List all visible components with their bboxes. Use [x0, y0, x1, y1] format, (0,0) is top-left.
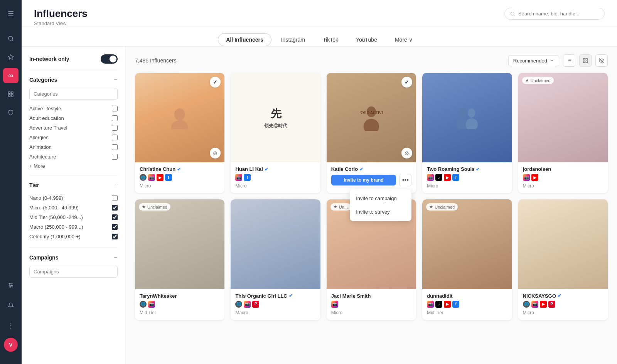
- invite-to-survey-item[interactable]: Invite to survey: [350, 205, 411, 219]
- influencer-card-4[interactable]: Two Roaming Souls ✔ 📷 ♪ ▶ f Micro: [422, 73, 512, 193]
- svg-point-29: [364, 119, 379, 131]
- influencer-card-9[interactable]: ★Unclaimed dunnadidit 📷 ♪ ▶ f: [422, 199, 512, 320]
- yt-icon-4[interactable]: ▶: [444, 174, 451, 181]
- filter-celebrity-checkbox[interactable]: [112, 234, 118, 239]
- menu-icon[interactable]: ☰: [3, 6, 19, 22]
- filter-allergies[interactable]: Allergies: [29, 133, 118, 142]
- tab-more[interactable]: More ∨: [387, 33, 421, 46]
- ig-icon-10[interactable]: 📷: [531, 301, 538, 308]
- search-nav-icon[interactable]: [3, 31, 19, 46]
- influencer-card-10[interactable]: NICKSAYSGO ✔ 🌐 📷 ▶ P Micro: [518, 199, 608, 320]
- campaigns-collapse-icon[interactable]: −: [114, 254, 118, 261]
- in-network-toggle[interactable]: [101, 54, 118, 64]
- influencer-card-1[interactable]: ✓ ⊘ Christine Chun ✔ 🌐 📷 ▶ f: [135, 73, 224, 193]
- shield-icon[interactable]: [3, 105, 19, 120]
- filter-nano-checkbox[interactable]: [112, 195, 118, 201]
- fb-icon-1[interactable]: f: [165, 174, 172, 181]
- tab-tiktok[interactable]: TikTok: [315, 33, 346, 46]
- yt-icon-1[interactable]: ▶: [157, 174, 164, 181]
- grid-icon[interactable]: [3, 86, 19, 102]
- sort-button[interactable]: Recommended: [508, 55, 559, 66]
- ig-icon-7[interactable]: 📷: [244, 301, 251, 308]
- in-network-filter: In-network only: [29, 54, 118, 64]
- chart-icon[interactable]: [3, 49, 19, 65]
- grid-view-btn[interactable]: [579, 54, 592, 67]
- filter-architecture[interactable]: Architecture: [29, 152, 118, 162]
- filter-animation[interactable]: Animation: [29, 142, 118, 152]
- yt-icon-5[interactable]: ▶: [531, 174, 538, 181]
- search-input[interactable]: [518, 11, 599, 17]
- verified-badge-1: ✔: [177, 167, 181, 172]
- pin-icon-10[interactable]: P: [548, 301, 555, 308]
- categories-collapse-icon[interactable]: −: [114, 76, 118, 83]
- filter-active-lifestyle-checkbox[interactable]: [112, 106, 118, 111]
- ig-icon-1[interactable]: 📷: [148, 174, 155, 181]
- hide-view-btn[interactable]: [595, 54, 608, 67]
- more-nav-icon[interactable]: ⋮: [3, 318, 19, 333]
- couple-silhouette-4: [452, 106, 482, 129]
- ig-icon-9[interactable]: 📷: [427, 301, 434, 308]
- filter-animation-checkbox[interactable]: [112, 144, 118, 150]
- filter-nano[interactable]: Nano (0-4,999): [29, 193, 118, 203]
- influencer-card-2[interactable]: 先 領先◎時代 Huan Li Kai ✔ 📷 f: [231, 73, 320, 193]
- tt-icon-9[interactable]: ♪: [435, 301, 442, 308]
- campaigns-search[interactable]: [29, 266, 118, 278]
- bell-icon[interactable]: [3, 298, 19, 313]
- ig-icon-5[interactable]: 📷: [523, 174, 530, 181]
- filter-adventure-travel-checkbox[interactable]: [112, 125, 118, 131]
- categories-search[interactable]: [29, 88, 118, 100]
- list-view-btn[interactable]: [563, 54, 575, 67]
- tt-icon-4[interactable]: ♪: [435, 174, 442, 181]
- influencer-card-3[interactable]: FORD ACTIVE ✓ ⊘ Katie Corio ✔ Invite to …: [327, 73, 416, 193]
- ig-icon-2[interactable]: 📷: [235, 174, 242, 181]
- tab-all-influencers[interactable]: All Influencers: [218, 33, 271, 46]
- influencer-card-6[interactable]: ★Unclaimed TarynWhiteaker 🌐 📷 Mid Tier: [135, 199, 224, 320]
- tier-collapse-icon[interactable]: −: [114, 182, 118, 189]
- filter-adult-education[interactable]: Adult education: [29, 113, 118, 123]
- in-network-label: In-network only: [29, 56, 69, 62]
- filter-architecture-checkbox[interactable]: [112, 154, 118, 160]
- card-tier-1: Micro: [140, 183, 220, 189]
- influencer-card-5[interactable]: ★Unclaimed jordanolsen 📷 ▶ Micro: [518, 73, 608, 193]
- ig-icon-8[interactable]: 📷: [331, 301, 338, 308]
- infinity-icon[interactable]: ∞: [3, 68, 19, 83]
- web-icon-10[interactable]: 🌐: [523, 301, 530, 308]
- filter-mid-tier[interactable]: Mid Tier (50,000 -249...): [29, 212, 118, 222]
- filter-adventure-travel[interactable]: Adventure Travel: [29, 123, 118, 133]
- verified-badge-3: ✔: [359, 167, 363, 172]
- yt-icon-9[interactable]: ▶: [444, 301, 451, 308]
- filter-macro-checkbox[interactable]: [112, 224, 118, 230]
- tab-instagram[interactable]: Instagram: [273, 33, 313, 46]
- invite-to-brand-btn[interactable]: Invite to my brand: [331, 175, 396, 185]
- fb-icon-9[interactable]: f: [452, 301, 459, 308]
- more-dots-btn-3[interactable]: •••: [399, 174, 411, 186]
- tab-youtube[interactable]: YouTube: [348, 33, 385, 46]
- filter-mid-tier-checkbox[interactable]: [112, 214, 118, 220]
- ig-icon-4[interactable]: 📷: [427, 174, 434, 181]
- web-icon-7[interactable]: 🌐: [235, 301, 242, 308]
- filter-active-lifestyle[interactable]: Active lifestyle: [29, 104, 118, 113]
- ig-icon-6[interactable]: 📷: [148, 301, 155, 308]
- pin-icon-7[interactable]: P: [252, 301, 259, 308]
- filter-macro[interactable]: Macro (250,000 - 999...): [29, 222, 118, 232]
- sliders-icon[interactable]: [3, 278, 19, 293]
- card-check-3[interactable]: ✓: [401, 77, 412, 88]
- svg-rect-5: [8, 94, 10, 96]
- web-icon-6[interactable]: 🌐: [140, 301, 147, 308]
- filter-celebrity[interactable]: Celebrity (1,000,000 +): [29, 232, 118, 241]
- search-box[interactable]: [504, 8, 605, 20]
- web-icon-1[interactable]: 🌐: [140, 174, 147, 181]
- filter-macro-label: Macro (250,000 - 999...): [29, 224, 83, 230]
- fb-icon-2[interactable]: f: [244, 174, 251, 181]
- filter-adult-education-checkbox[interactable]: [112, 115, 118, 121]
- categories-more-link[interactable]: + More: [29, 163, 118, 169]
- user-avatar[interactable]: V: [4, 338, 18, 352]
- fb-icon-4[interactable]: f: [452, 174, 459, 181]
- yt-icon-10[interactable]: ▶: [540, 301, 547, 308]
- influencer-card-7[interactable]: This Organic Girl LLC ✔ 🌐 📷 P Macro: [231, 199, 320, 320]
- filter-micro[interactable]: Micro (5,000 - 49,999): [29, 203, 118, 212]
- svg-point-33: [468, 108, 475, 118]
- filter-allergies-checkbox[interactable]: [112, 135, 118, 140]
- invite-to-campaign-item[interactable]: Invite to campaign: [350, 192, 411, 205]
- filter-micro-checkbox[interactable]: [112, 205, 118, 211]
